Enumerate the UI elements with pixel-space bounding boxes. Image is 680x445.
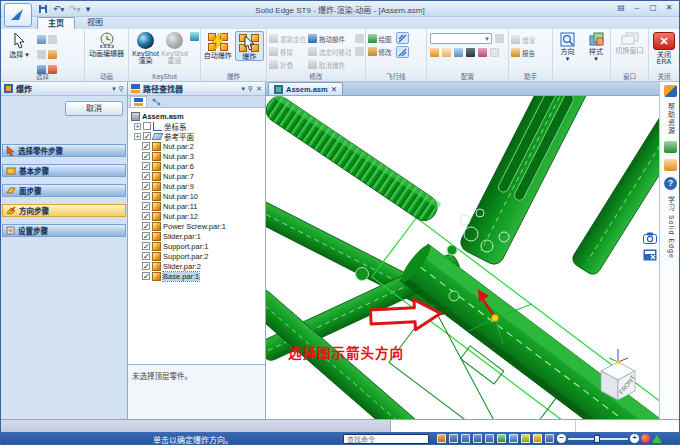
window-layout-icon[interactable] [545, 434, 554, 443]
checkbox-checked[interactable]: ✓ [142, 152, 150, 160]
tree-node-part[interactable]: ✓Nut.par:10 [128, 191, 265, 201]
close-era-button[interactable]: ✕ 关闭ERA [650, 30, 678, 65]
tree-node-coordinate-systems[interactable]: +坐标系 [128, 121, 265, 131]
origin-point[interactable] [492, 315, 499, 322]
checkbox-checked[interactable]: ✓ [142, 272, 150, 280]
modify-extra2-icon[interactable] [355, 47, 364, 56]
tree-node-part[interactable]: ✓Support.par:2 [128, 251, 265, 261]
pan-icon[interactable] [497, 434, 506, 443]
checkbox-checked[interactable]: ✓ [142, 262, 150, 270]
camera-config-icon[interactable] [466, 48, 475, 57]
sketch-view-icon[interactable] [533, 434, 542, 443]
select-options-icon[interactable] [48, 35, 57, 44]
help-folder-icon[interactable] [664, 159, 677, 171]
tab-view[interactable]: 视图 [77, 17, 113, 29]
zoom-icon[interactable] [473, 434, 482, 443]
return-icon[interactable] [437, 434, 446, 443]
tab-home[interactable]: 主页 [37, 17, 75, 29]
modify-flightline-button[interactable]: 修改 [367, 45, 393, 58]
graphics-canvas[interactable]: FRONT 选择图示箭头方向 [266, 96, 659, 419]
checkbox-checked[interactable]: ✓ [142, 212, 150, 220]
fence-select-icon[interactable] [37, 35, 46, 44]
zoom-area-icon[interactable] [461, 434, 470, 443]
tree-node-root[interactable]: Assem.asm [128, 111, 265, 121]
expand-icon[interactable]: + [134, 123, 141, 130]
step-base[interactable]: 基本步骤 [2, 164, 126, 177]
tree-node-part[interactable]: ✓Nut.par:7 [128, 171, 265, 181]
checkbox-checked[interactable]: ✓ [142, 142, 150, 150]
switch-window-button[interactable]: 切换窗口 [612, 30, 647, 54]
close-button[interactable]: ✕ [662, 2, 676, 14]
community-icon[interactable] [664, 141, 677, 153]
close-window-icon[interactable] [643, 249, 657, 261]
record-icon[interactable] [641, 434, 650, 443]
tree-node-part[interactable]: ✓Power Screw.par:1 [128, 221, 265, 231]
checkbox-checked[interactable]: ✓ [142, 162, 150, 170]
select-filter-icon[interactable] [48, 50, 57, 59]
checkbox-checked[interactable]: ✓ [142, 222, 150, 230]
view-orientation-cube[interactable]: FRONT [601, 349, 637, 400]
fit-icon[interactable] [485, 434, 494, 443]
minimize-button[interactable]: – [630, 2, 644, 14]
checkbox-unchecked[interactable] [143, 122, 151, 130]
tree-node-part[interactable]: ✓Nut.par:11 [128, 201, 265, 211]
checkbox-checked[interactable]: ✓ [142, 232, 150, 240]
step-direction[interactable]: 方向步骤 [2, 204, 126, 217]
pathfinder-tree-tab[interactable] [130, 96, 147, 107]
common-views-icon[interactable] [521, 434, 530, 443]
zoom-out-icon[interactable]: − [557, 434, 566, 443]
view-style-icon[interactable] [449, 434, 458, 443]
customize-qat-button[interactable]: ▾ [85, 3, 92, 15]
checkbox-checked[interactable]: ✓ [142, 242, 150, 250]
auto-explode-button[interactable]: 自动爆炸 [203, 31, 232, 59]
unexplode-button[interactable]: 取消爆炸 [307, 58, 353, 71]
config-option-checkbox[interactable] [490, 48, 499, 57]
step-settings[interactable]: 设置步骤 [2, 224, 126, 237]
tree-node-part[interactable]: ✓Nut.par:6 [128, 161, 265, 171]
cancel-button[interactable]: 取消 [65, 101, 123, 116]
new-config-icon[interactable] [430, 48, 439, 57]
application-button[interactable] [4, 3, 32, 27]
undo-button[interactable]: ↶▾ [52, 3, 65, 15]
configuration-combobox[interactable]: ▾ [430, 33, 492, 44]
style-button[interactable]: 样式▾ [583, 30, 609, 62]
save-config-icon[interactable] [442, 48, 451, 57]
maximize-button[interactable]: ▢ [646, 2, 660, 14]
config-apply-icon[interactable] [495, 34, 504, 43]
modify-extra-icon[interactable] [355, 34, 364, 43]
learn-solid-edge-tab[interactable]: 学习 Solid Edge [666, 196, 676, 259]
select-button[interactable]: 选择 ▾ [2, 30, 36, 58]
copy-config-icon[interactable] [454, 48, 463, 57]
resources-tab[interactable]: 帮助资源 [666, 103, 676, 135]
tree-node-part[interactable]: ✓Nut.par:12 [128, 211, 265, 221]
pin-icon[interactable]: ⚲ [248, 85, 253, 93]
animation-editor-button[interactable]: 动画编辑器 [86, 30, 127, 57]
document-tab-assem[interactable]: Assem.asm ✕ [268, 82, 343, 95]
rotate-icon[interactable] [509, 434, 518, 443]
zoom-in-icon[interactable]: + [630, 434, 639, 443]
drag-component-button[interactable]: 拖动部件 [307, 32, 353, 45]
camera-icon[interactable] [643, 232, 657, 244]
zoom-slider-thumb[interactable] [594, 435, 600, 443]
panel-menu-icon[interactable]: ▾ [112, 85, 116, 93]
pathfinder-alt-tab[interactable] [148, 96, 165, 107]
checkbox-checked[interactable]: ✓ [142, 172, 150, 180]
tree-node-part[interactable]: ✓Slider.par:1 [128, 231, 265, 241]
tree-node-part[interactable]: ✓Nut.par:2 [128, 141, 265, 151]
tree-node-part-selected[interactable]: ✓Base.par:1 [128, 271, 265, 281]
checkbox-checked[interactable]: ✓ [143, 132, 151, 140]
tree-node-reference-planes[interactable]: +✓参考平面 [128, 131, 265, 141]
tree-node-part[interactable]: ✓Support.par:1 [128, 241, 265, 251]
command-search-input[interactable] [343, 434, 429, 444]
checkbox-checked[interactable]: ✓ [142, 192, 150, 200]
assembly-model[interactable]: FRONT [266, 96, 659, 419]
close-tab-icon[interactable]: ✕ [331, 85, 337, 94]
keyframe-icon[interactable] [478, 48, 487, 57]
save-button[interactable] [37, 3, 49, 15]
level-up-icon[interactable] [652, 435, 662, 443]
resources-icon[interactable] [664, 85, 677, 97]
remove-button[interactable]: 移除 [268, 45, 307, 58]
reposition-button[interactable]: 重新定位 [268, 32, 307, 45]
expand-icon[interactable]: + [134, 133, 141, 140]
tree-node-part[interactable]: ✓Nut.par:9 [128, 181, 265, 191]
